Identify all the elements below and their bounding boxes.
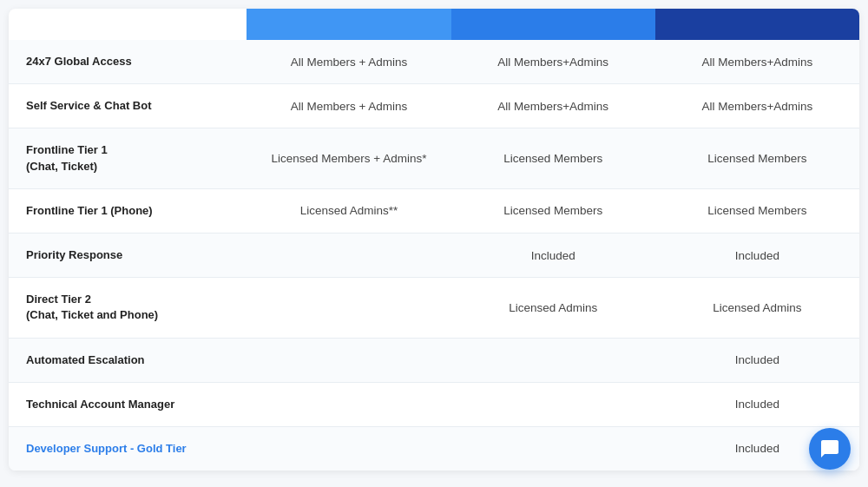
table-row: Automated EscalationIncluded [9, 338, 859, 382]
access-column-header [247, 9, 450, 40]
table-row: Frontline Tier 1 (Chat, Ticket)Licensed … [9, 128, 859, 188]
access-cell: Licensed Members + Admins* [247, 128, 450, 188]
premier-plus-cell: All Members+Admins [655, 84, 859, 128]
table-row: 24x7 Global AccessAll Members + AdminsAl… [9, 40, 859, 84]
access-cell [247, 278, 450, 338]
access-cell: All Members + Admins [247, 40, 450, 84]
premier-column-header [451, 9, 655, 40]
premier-plus-column-header [655, 9, 859, 40]
feature-cell: Direct Tier 2 (Chat, Ticket and Phone) [9, 278, 247, 338]
premier-cell: Licensed Members [451, 128, 655, 188]
table-row: Self Service & Chat BotAll Members + Adm… [9, 84, 859, 128]
table-row: Technical Account ManagerIncluded [9, 382, 859, 426]
premier-cell [451, 426, 655, 471]
feature-cell: Self Service & Chat Bot [9, 84, 247, 128]
feature-column-header [9, 9, 247, 40]
access-cell [247, 426, 450, 471]
premier-cell [451, 338, 655, 382]
table-row: Developer Support - Gold TierIncluded [9, 426, 859, 471]
comparison-table: 24x7 Global AccessAll Members + AdminsAl… [9, 9, 859, 471]
access-cell: All Members + Admins [247, 84, 450, 128]
feature-cell: Frontline Tier 1 (Chat, Ticket) [9, 128, 247, 188]
premier-cell: Licensed Members [451, 188, 655, 233]
feature-cell: Developer Support - Gold Tier [9, 426, 247, 471]
premier-plus-cell: Included [655, 382, 859, 426]
chat-bubble-button[interactable] [809, 428, 851, 470]
feature-cell: Frontline Tier 1 (Phone) [9, 188, 247, 233]
premier-plus-cell: Licensed Members [655, 128, 859, 188]
premier-plus-cell: Licensed Admins [655, 278, 859, 338]
feature-cell: Automated Escalation [9, 338, 247, 382]
table-row: Frontline Tier 1 (Phone)Licensed Admins*… [9, 188, 859, 233]
table-row: Priority ResponseIncludedIncluded [9, 233, 859, 277]
feature-link[interactable]: Developer Support - Gold Tier [26, 442, 187, 455]
premier-plus-cell: Included [655, 338, 859, 382]
feature-cell: 24x7 Global Access [9, 40, 247, 84]
access-cell [247, 382, 450, 426]
premier-plus-cell: Licensed Members [655, 188, 859, 233]
access-cell [247, 233, 450, 277]
access-cell: Licensed Admins** [247, 188, 450, 233]
premier-plus-cell: Included [655, 233, 859, 277]
premier-plus-cell: All Members+Admins [655, 40, 859, 84]
premier-cell [451, 382, 655, 426]
access-cell [247, 338, 450, 382]
premier-cell: All Members+Admins [451, 84, 655, 128]
table-row: Direct Tier 2 (Chat, Ticket and Phone)Li… [9, 278, 859, 338]
premier-cell: Licensed Admins [451, 278, 655, 338]
feature-cell: Priority Response [9, 233, 247, 277]
feature-cell: Technical Account Manager [9, 382, 247, 426]
premier-cell: Included [451, 233, 655, 277]
premier-cell: All Members+Admins [451, 40, 655, 84]
